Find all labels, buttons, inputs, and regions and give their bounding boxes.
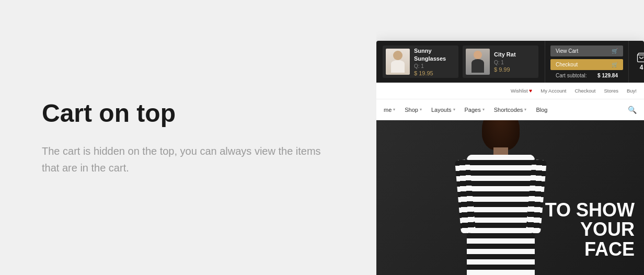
checkout-button[interactable]: Checkout 🛒 [550,59,623,70]
person-stripes [467,155,535,275]
right-panel: Sunny Sunglasses Q: 1 $ 19.95 City Rat Q… [376,0,644,275]
nav-stores[interactable]: Stores [604,88,618,94]
cart-actions: View Cart 🛒 Checkout 🛒 Cart subtotal: $ … [545,41,628,83]
hero-line-2: YOUR [545,220,635,239]
search-icon[interactable]: 🔍 [628,106,637,114]
nav-shop[interactable]: Shop ▾ [405,107,422,113]
chevron-down-icon-3: ▾ [453,107,455,112]
cart-item-2-qty: Q: 1 [494,60,516,65]
hero-area: TO SHOW YOUR FACE [376,120,644,275]
nav-shortcodes[interactable]: Shortcodes ▾ [494,107,527,113]
view-cart-button[interactable]: View Cart 🛒 [550,45,623,56]
cart-item-2-name: City Rat [494,51,516,58]
cart-item-1-price: $ 19.95 [414,70,453,76]
top-nav-bar: Wishlist ♥ My Account Checkout Stores Bu… [376,83,644,99]
cart-item-1-name: Sunny Sunglasses [414,47,453,62]
cart-item-2-info: City Rat Q: 1 $ 9.99 [494,51,516,72]
cart-item-2: City Rat Q: 1 $ 9.99 [463,45,538,78]
hero-person-figure [454,120,548,275]
cart-topbar: Sunny Sunglasses Q: 1 $ 19.95 City Rat Q… [376,41,644,83]
nav-buy[interactable]: Buy! [627,88,637,94]
page-description: The cart is hidden on the top, you can a… [42,143,324,176]
nav-shortcodes-label: Shortcodes [494,107,523,113]
nav-home-label: me [384,107,392,113]
nav-blog[interactable]: Blog [536,107,547,113]
cart-item-1-image [386,49,410,75]
cart-items-area: Sunny Sunglasses Q: 1 $ 19.95 City Rat Q… [376,41,545,83]
cart-badge[interactable]: 4 [628,41,644,83]
cart-icon: 🛒 [612,48,618,54]
checkout-cart-icon: 🛒 [612,62,618,67]
person-head [482,120,520,151]
chevron-down-icon: ▾ [393,107,395,112]
nav-checkout[interactable]: Checkout [574,88,595,94]
nav-pages[interactable]: Pages ▾ [465,107,485,113]
browser-screenshot: Sunny Sunglasses Q: 1 $ 19.95 City Rat Q… [376,41,644,275]
top-nav-links: Wishlist ♥ My Account Checkout Stores Bu… [511,88,637,94]
nav-layouts-label: Layouts [431,107,452,113]
person-body [467,155,535,275]
nav-layouts[interactable]: Layouts ▾ [431,107,455,113]
cart-item-1-qty: Q: 1 [414,63,453,69]
nav-home[interactable]: me ▾ [384,107,395,113]
left-panel: Cart on top The cart is hidden on the to… [0,0,376,275]
page-title: Cart on top [42,99,335,128]
hero-text: TO SHOW YOUR FACE [545,200,635,259]
main-nav: me ▾ Shop ▾ Layouts ▾ Pages ▾ Shortcodes… [376,99,644,120]
checkout-label: Checkout [556,62,578,67]
chevron-down-icon-4: ▾ [482,107,485,112]
wishlist-label: Wishlist [511,88,528,94]
person-hair [482,120,520,151]
heart-icon: ♥ [529,88,532,94]
hero-line-1: TO SHOW [545,200,635,220]
cart-item-1-info: Sunny Sunglasses Q: 1 $ 19.95 [414,47,453,76]
hero-line-3: FACE [545,239,635,259]
cart-icon-svg [636,52,644,63]
cart-subtotal-amount: $ 129.84 [597,73,618,78]
nav-wishlist[interactable]: Wishlist ♥ [511,88,532,94]
cart-item-1: Sunny Sunglasses Q: 1 $ 19.95 [383,45,458,78]
cart-subtotal-label: Cart subtotal: [556,73,586,78]
chevron-down-icon-5: ▾ [524,107,526,112]
view-cart-label: View Cart [556,48,578,54]
cart-badge-count: 4 [640,64,643,71]
nav-my-account[interactable]: My Account [540,88,566,94]
cart-item-2-image [466,49,490,75]
nav-blog-label: Blog [536,107,547,113]
nav-shop-label: Shop [405,107,418,113]
nav-pages-label: Pages [465,107,481,113]
cart-subtotal: Cart subtotal: $ 129.84 [550,73,623,78]
cart-item-2-price: $ 9.99 [494,66,516,73]
chevron-down-icon-2: ▾ [420,107,422,112]
